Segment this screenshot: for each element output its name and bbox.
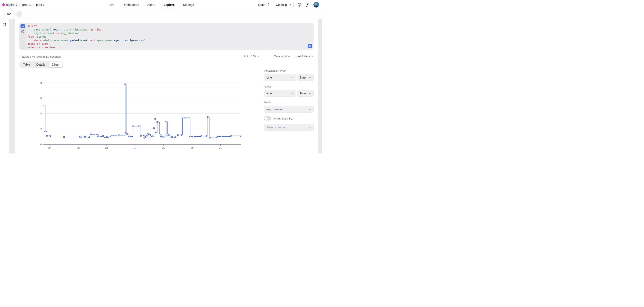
- time-window-value: Last 7 days: [296, 55, 310, 58]
- tab-table[interactable]: Table: [20, 61, 33, 68]
- sql-editor: <> select date_trunc('hour', start_times…: [20, 23, 314, 49]
- visualization-type-label: Visualization Type: [264, 69, 314, 72]
- top-header: logfire / prod / prod Live Dashboards Al…: [0, 0, 322, 9]
- step-line-chart: 0246824252627282930: [36, 79, 247, 151]
- avatar-image: [314, 2, 319, 7]
- left-rail: [0, 19, 8, 153]
- panel-resize-gutter-right[interactable]: [318, 19, 322, 153]
- visualization-type-value: Line: [266, 76, 272, 79]
- group-column-placeholder: Select column...: [266, 126, 287, 129]
- breadcrumb: logfire / prod / prod: [2, 0, 45, 9]
- x-axis-column-value: time: [266, 92, 272, 95]
- view-tabs: Table Details Chart: [20, 61, 63, 68]
- project-name: prod: [22, 3, 28, 6]
- svg-text:2: 2: [40, 127, 42, 131]
- project-selector[interactable]: prod: [22, 3, 31, 6]
- limit-value: 100: [251, 55, 256, 58]
- nav-live[interactable]: Live: [109, 0, 114, 9]
- time-window-select[interactable]: Last 7 days: [296, 55, 314, 58]
- breadcrumb-separator: /: [32, 3, 34, 6]
- svg-text:30: 30: [219, 146, 222, 149]
- svg-text:25: 25: [77, 146, 80, 149]
- visualization-type-select[interactable]: Line: [264, 74, 296, 81]
- svg-text:26: 26: [105, 146, 108, 149]
- chevron-down-icon: [257, 55, 259, 57]
- query-tabbar: Tab +: [0, 9, 322, 19]
- environment-name: prod: [36, 3, 42, 6]
- svg-text:4: 4: [40, 112, 42, 115]
- chevron-down-icon: [288, 4, 291, 5]
- x-axis-type-select[interactable]: Time: [297, 90, 314, 97]
- group-column-select[interactable]: Select column...: [264, 124, 314, 131]
- chevron-down-icon: [308, 108, 311, 110]
- svg-text:29: 29: [191, 146, 194, 149]
- query-history-button[interactable]: [21, 30, 24, 34]
- docs-link[interactable]: Docs: [258, 3, 270, 6]
- limit-label: Limit:: [242, 55, 249, 58]
- nav-settings[interactable]: Settings: [183, 0, 194, 9]
- avatar[interactable]: [314, 2, 319, 7]
- visualization-style-select[interactable]: Step: [297, 74, 314, 81]
- result-summary: Returned 49 rows in 6.7 seconds.: [20, 55, 62, 58]
- visualization-style-value: Step: [300, 76, 306, 79]
- run-query-button[interactable]: [308, 44, 312, 48]
- metric-select[interactable]: avg_duration: [264, 106, 314, 113]
- tab-details[interactable]: Details: [33, 61, 48, 68]
- toggle-knob: [264, 117, 268, 120]
- org-name: logfire: [6, 3, 15, 6]
- nav-explore[interactable]: Explore: [164, 0, 174, 9]
- svg-text:0: 0: [40, 143, 42, 146]
- link-icon: [306, 3, 310, 7]
- updown-chevron-icon: [29, 3, 31, 6]
- sql-code-input[interactable]: select date_trunc('hour', start_timestam…: [28, 24, 305, 49]
- time-window-label: Time window:: [274, 55, 291, 58]
- docs-label: Docs: [258, 3, 265, 6]
- x-axis-label: X Axis: [264, 85, 314, 88]
- panel-resize-gutter-left[interactable]: [8, 19, 15, 153]
- database-icon: [2, 23, 6, 26]
- code-icon: <>: [21, 25, 24, 27]
- main-nav: Live Dashboards Alerts Explore Settings: [109, 0, 194, 9]
- result-controls: Limit: 100 Time window: Last 7 days: [242, 55, 314, 58]
- format-code-button[interactable]: <>: [20, 24, 25, 28]
- nav-dashboards[interactable]: Dashboards: [123, 0, 139, 9]
- external-link-icon: [266, 3, 270, 6]
- x-axis-type-value: Time: [300, 92, 306, 95]
- chevron-down-icon: [308, 92, 311, 94]
- play-icon: [309, 45, 312, 47]
- sun-icon: [298, 3, 302, 7]
- environment-selector[interactable]: prod: [36, 3, 45, 6]
- history-icon: [21, 30, 24, 33]
- get-help-button[interactable]: Get help: [273, 2, 294, 8]
- updown-chevron-icon: [43, 3, 45, 6]
- group-data-toggle[interactable]: [264, 116, 272, 120]
- nav-alerts[interactable]: Alerts: [148, 0, 155, 9]
- app-root: logfire / prod / prod Live Dashboards Al…: [0, 0, 322, 153]
- logfire-logo-icon: [2, 3, 6, 6]
- svg-text:28: 28: [162, 146, 165, 149]
- chevron-down-icon: [291, 92, 294, 94]
- breadcrumb-separator: /: [19, 3, 21, 6]
- x-axis-column-select[interactable]: time: [264, 90, 296, 97]
- header-actions: Docs Get help: [258, 0, 319, 9]
- svg-text:8: 8: [40, 81, 42, 84]
- theme-toggle-button[interactable]: [297, 2, 302, 7]
- svg-text:27: 27: [134, 146, 136, 149]
- chart-area: 0246824252627282930: [36, 79, 247, 151]
- add-tab-button[interactable]: +: [16, 11, 22, 17]
- chevron-down-icon: [308, 77, 311, 78]
- metric-label: Metric: [264, 101, 314, 104]
- metric-value: avg_duration: [266, 108, 283, 111]
- limit-select[interactable]: 100: [251, 55, 259, 58]
- org-selector[interactable]: logfire: [6, 3, 17, 6]
- schema-browser-button[interactable]: [2, 22, 6, 27]
- query-tab[interactable]: Tab: [4, 11, 14, 17]
- plus-icon: +: [18, 12, 20, 16]
- chart-settings-panel: Visualization Type Line Step X Axis time…: [264, 69, 314, 131]
- tab-chart[interactable]: Chart: [48, 62, 63, 67]
- group-data-by-label: Group Data By:: [274, 117, 293, 120]
- svg-text:6: 6: [40, 96, 42, 100]
- share-link-button[interactable]: [305, 2, 310, 7]
- chevron-down-icon: [308, 127, 311, 128]
- time-window-control: Time window: Last 7 days: [274, 55, 314, 58]
